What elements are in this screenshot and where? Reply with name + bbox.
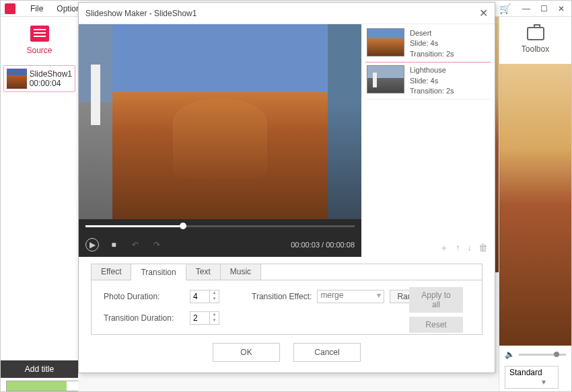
- source-thumbnail: [7, 69, 27, 89]
- dialog-titlebar: Slideshow Maker - SlideShow1 ✕: [79, 3, 495, 24]
- settings-tabs: Effect Transition Text Music Photo Durat…: [91, 264, 482, 335]
- slide-row[interactable]: Lighthouse Slide: 4s Transition: 2s: [365, 63, 491, 100]
- transition-effect-label: Transition Effect:: [252, 292, 312, 301]
- right-column: Toolbox 🔈 Standard ▾: [499, 17, 571, 391]
- source-item-name: SlideShow1: [30, 69, 72, 79]
- slide-transition: Transition: 2s: [410, 86, 454, 96]
- chevron-down-icon: ▾: [377, 290, 381, 300]
- spin-up-icon[interactable]: ▲: [210, 312, 219, 318]
- slide-duration: Slide: 4s: [410, 76, 454, 86]
- transition-duration-label: Transition Duration:: [104, 313, 184, 323]
- toolbox-label: Toolbox: [522, 44, 549, 54]
- slide-thumbnail: [367, 65, 404, 93]
- toolbox-icon: [527, 27, 544, 40]
- source-icon: [30, 26, 49, 42]
- preview-strip-right: [328, 24, 361, 219]
- close-button[interactable]: ✕: [555, 4, 567, 13]
- slide-transition: Transition: 2s: [410, 49, 454, 59]
- slide-list: Desert Slide: 4s Transition: 2s Lighthou…: [361, 24, 495, 239]
- source-tab[interactable]: Source: [1, 17, 78, 64]
- transition-effect-select[interactable]: merge ▾: [317, 290, 384, 303]
- maximize-button[interactable]: ☐: [538, 4, 550, 13]
- menu-file[interactable]: File: [24, 4, 50, 13]
- stop-button[interactable]: ■: [107, 238, 120, 251]
- transition-duration-spinner[interactable]: ▲▼: [190, 311, 219, 325]
- photo-duration-spinner[interactable]: ▲▼: [190, 290, 219, 303]
- ok-button[interactable]: OK: [213, 343, 280, 362]
- quality-select[interactable]: Standard ▾: [505, 366, 559, 389]
- tab-effect[interactable]: Effect: [92, 264, 131, 280]
- spin-down-icon[interactable]: ▼: [210, 297, 219, 303]
- tab-transition[interactable]: Transition: [131, 265, 186, 280]
- play-button[interactable]: ▶: [85, 238, 99, 251]
- slide-row[interactable]: Desert Slide: 4s Transition: 2s: [365, 26, 491, 63]
- slide-duration: Slide: 4s: [410, 38, 454, 48]
- spin-down-icon[interactable]: ▼: [210, 318, 219, 324]
- slide-name: Desert: [410, 28, 454, 38]
- tab-music[interactable]: Music: [221, 264, 261, 280]
- slide-thumbnail: [367, 28, 404, 56]
- app-icon: [5, 3, 15, 14]
- volume-icon[interactable]: 🔈: [505, 350, 515, 359]
- reset-button[interactable]: Reset: [409, 317, 463, 333]
- preview-main-photo: [112, 24, 328, 219]
- preview-strip-left: [79, 24, 112, 219]
- photo-duration-input[interactable]: [190, 290, 209, 303]
- dialog-close-button[interactable]: ✕: [479, 7, 488, 19]
- slideshow-maker-dialog: Slideshow Maker - SlideShow1 ✕ ▶ ■ ↶: [78, 2, 495, 373]
- add-title-button[interactable]: Add title: [1, 360, 78, 378]
- cancel-button[interactable]: Cancel: [293, 343, 361, 362]
- transition-duration-input[interactable]: [190, 312, 209, 324]
- move-up-button[interactable]: ↑: [456, 242, 460, 254]
- rotate-left-button[interactable]: ↶: [129, 238, 142, 251]
- dialog-title: Slideshow Maker - SlideShow1: [85, 9, 196, 18]
- slide-name: Lighthouse: [410, 65, 454, 75]
- transition-effect-value: merge: [320, 290, 343, 300]
- photo-duration-label: Photo Duration:: [104, 292, 184, 301]
- move-down-button[interactable]: ↓: [467, 242, 472, 254]
- volume-slider[interactable]: [519, 354, 566, 356]
- right-preview-image: [499, 64, 571, 346]
- preview-image: [79, 24, 361, 219]
- quality-value: Standard: [509, 368, 542, 377]
- preview-rock: [173, 98, 267, 179]
- right-preview: [499, 64, 571, 346]
- toolbox-tab[interactable]: Toolbox: [499, 17, 571, 64]
- time-display: 00:00:03 / 00:00:08: [291, 241, 355, 249]
- source-item-duration: 00:00:04: [30, 79, 72, 88]
- chevron-down-icon: ▾: [542, 377, 546, 387]
- minimize-button[interactable]: —: [520, 4, 532, 13]
- spin-up-icon[interactable]: ▲: [210, 290, 219, 297]
- tab-text[interactable]: Text: [186, 264, 221, 280]
- apply-to-all-button[interactable]: Apply to all: [409, 287, 463, 313]
- source-item[interactable]: SlideShow1 00:00:04: [3, 65, 75, 92]
- source-label: Source: [26, 46, 52, 55]
- delete-slide-button[interactable]: 🗑: [478, 242, 488, 254]
- left-column: Source SlideShow1 00:00:04 Add title: [1, 17, 78, 391]
- seek-bar[interactable]: [85, 225, 355, 227]
- preview-panel: ▶ ■ ↶ ↷ 00:00:03 / 00:00:08: [79, 24, 361, 257]
- cart-icon[interactable]: 🛒: [499, 3, 511, 14]
- rotate-right-button[interactable]: ↷: [150, 238, 164, 251]
- add-slide-button[interactable]: ＋: [439, 242, 449, 254]
